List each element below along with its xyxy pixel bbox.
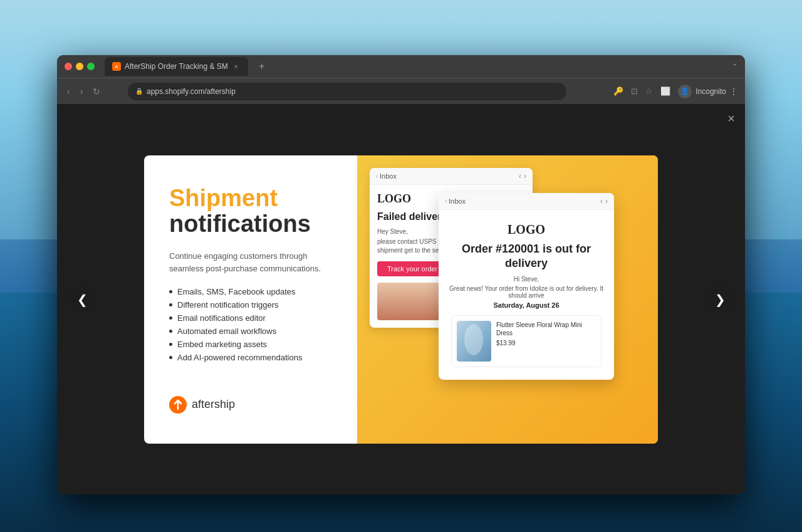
feature-label: Email notifications editor xyxy=(177,313,266,323)
tab-bar: A AfterShip Order Tracking & SM × + ⌃ xyxy=(57,55,745,78)
feature-label: Embed marketing assets xyxy=(177,340,267,349)
bullet-icon xyxy=(169,290,172,293)
bullet-icon xyxy=(169,356,172,359)
incognito-area: 👤 Incognito ⋮ xyxy=(678,85,737,98)
active-tab[interactable]: A AfterShip Order Tracking & SM × xyxy=(105,57,248,76)
tab-close-button[interactable]: × xyxy=(232,62,241,71)
email-next-back[interactable]: › xyxy=(524,172,526,180)
cast-icon: ⊡ xyxy=(628,85,640,97)
feature-label: Automated email workflows xyxy=(177,326,276,336)
email-card-out-for-delivery: ‹ Inbox ‹ › LOGO Order #120001 is out fo… xyxy=(439,193,614,380)
product-info: Flutter Sleeve Floral Wrap Mini Dress $1… xyxy=(496,321,596,362)
key-icon: 🔑 xyxy=(611,85,626,97)
email-body-front: LOGO Order #120001 is out for delivery H… xyxy=(439,210,614,380)
list-item: Email notifications editor xyxy=(169,313,332,323)
inbox-label-back: ‹ Inbox xyxy=(376,172,397,180)
tab-favicon: A xyxy=(112,62,121,71)
aftership-logo-icon xyxy=(169,396,187,414)
feature-list: Emails, SMS, Facebook updates Different … xyxy=(169,287,332,362)
prev-slide-button[interactable]: ❮ xyxy=(67,284,97,315)
modal-left-content: Shipment notifications Continue engaging… xyxy=(169,185,332,363)
incognito-label: Incognito xyxy=(695,87,726,96)
product-card: Flutter Sleeve Floral Wrap Mini Dress $1… xyxy=(451,315,602,367)
email-nav-back: ‹ › xyxy=(519,172,526,180)
address-bar-container: ‹ › ↻ 🔒 apps.shopify.com/aftership 🔑 ⊡ ☆… xyxy=(57,78,745,104)
minimize-traffic-light[interactable] xyxy=(76,63,83,70)
email-hi-text: Hi Steve, xyxy=(446,276,607,283)
product-image xyxy=(457,321,491,362)
inbox-text-front: Inbox xyxy=(449,197,466,205)
inbox-label-front: ‹ Inbox xyxy=(445,197,466,205)
star-icon[interactable]: ☆ xyxy=(643,85,655,97)
product-name: Flutter Sleeve Floral Wrap Mini Dress xyxy=(496,321,596,337)
list-item: Emails, SMS, Facebook updates xyxy=(169,287,332,296)
email-delivery-text: Great news! Your order from Idolize is o… xyxy=(446,285,607,299)
address-bar[interactable]: 🔒 apps.shopify.com/aftership xyxy=(128,83,566,100)
new-tab-button[interactable]: + xyxy=(253,58,271,75)
email-prev-front[interactable]: ‹ xyxy=(600,197,603,206)
address-actions: 🔑 ⊡ ☆ ⬜ xyxy=(611,85,673,97)
bullet-icon xyxy=(169,330,172,333)
email-logo-front: LOGO xyxy=(446,222,607,237)
bullet-icon xyxy=(169,303,172,306)
fullscreen-traffic-light[interactable] xyxy=(87,63,95,70)
list-item: Automated email workflows xyxy=(169,326,332,336)
feature-label: Different notification triggers xyxy=(177,300,279,310)
heading-dark: notifications xyxy=(169,211,332,237)
aftership-logo: aftership xyxy=(169,396,332,414)
incognito-avatar: 👤 xyxy=(678,85,692,98)
list-item: Add AI-powered recommendations xyxy=(169,353,332,362)
bullet-icon xyxy=(169,316,172,320)
url-text: apps.shopify.com/aftership xyxy=(147,87,236,96)
list-item: Different notification triggers xyxy=(169,300,332,310)
track-order-button[interactable]: Track your order xyxy=(377,261,447,276)
left-chevron-icon: ❮ xyxy=(77,292,88,307)
feature-label: Add AI-powered recommendations xyxy=(177,353,302,362)
modal-subtitle: Continue engaging customers through seam… xyxy=(169,250,332,274)
tab-title: AfterShip Order Tracking & SM xyxy=(125,62,228,71)
feature-label: Emails, SMS, Facebook updates xyxy=(177,287,296,296)
product-price: $13.99 xyxy=(496,340,596,347)
email-nav-front: ‹ › xyxy=(600,197,608,206)
modal-left-panel: Shipment notifications Continue engaging… xyxy=(144,155,357,444)
inbox-text-back: Inbox xyxy=(380,172,397,180)
aftership-logo-text: aftership xyxy=(192,398,235,411)
email-order-title: Order #120001 is out for delivery xyxy=(446,242,607,271)
forward-button[interactable]: › xyxy=(78,84,86,99)
modal-close-button[interactable]: × xyxy=(727,112,735,126)
modal-card: Shipment notifications Continue engaging… xyxy=(144,155,658,444)
browser-content: × ❮ ❯ Shipment notifications Continue en… xyxy=(57,104,745,494)
next-slide-button[interactable]: ❯ xyxy=(705,284,735,315)
heading-orange: Shipment xyxy=(169,185,332,212)
email-date: Saturday, August 26 xyxy=(446,301,607,309)
traffic-lights xyxy=(65,63,95,70)
right-chevron-icon: ❯ xyxy=(715,292,726,307)
email-next-front[interactable]: › xyxy=(605,197,608,206)
email-header-front: ‹ Inbox ‹ › xyxy=(439,193,614,210)
tab-icon[interactable]: ⬜ xyxy=(658,85,673,97)
refresh-button[interactable]: ↻ xyxy=(90,84,103,99)
email-header-back: ‹ Inbox ‹ › xyxy=(370,168,533,185)
collapse-button[interactable]: ⌃ xyxy=(732,63,737,71)
back-button[interactable]: ‹ xyxy=(65,84,73,99)
email-prev-back[interactable]: ‹ xyxy=(519,172,521,180)
modal-right-panel: ‹ Inbox ‹ › LOGO Failed delivery attempt… xyxy=(357,155,658,444)
menu-icon[interactable]: ⋮ xyxy=(730,87,737,96)
bullet-icon xyxy=(169,343,172,346)
lock-icon: 🔒 xyxy=(135,88,143,95)
browser-window: A AfterShip Order Tracking & SM × + ⌃ ‹ … xyxy=(57,55,745,494)
list-item: Embed marketing assets xyxy=(169,340,332,349)
close-traffic-light[interactable] xyxy=(65,63,72,70)
